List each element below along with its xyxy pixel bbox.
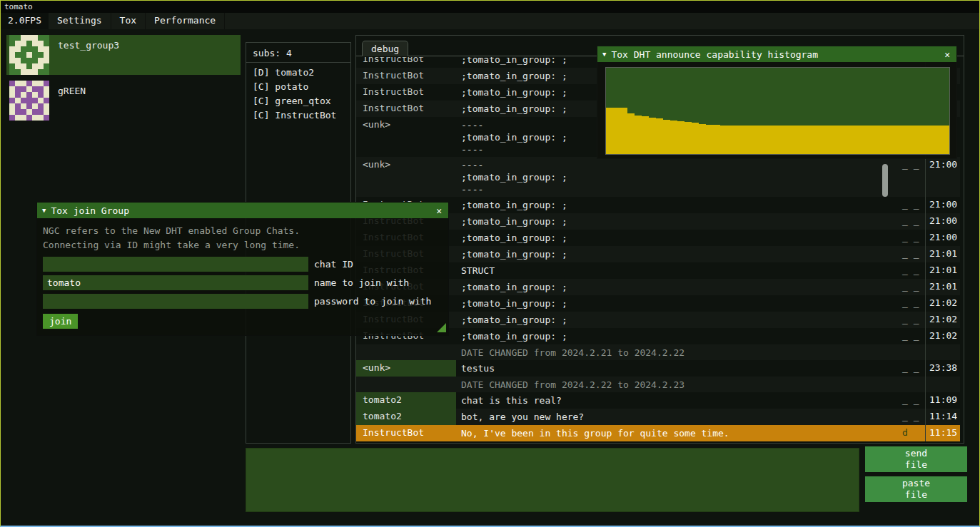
group-name: gREEN <box>58 81 86 121</box>
histogram-bar <box>857 126 864 154</box>
message-cell: ---- ;tomato_in_group: ; ---- <box>456 157 897 197</box>
status-cell: _ _ <box>897 295 925 312</box>
join-window-title: Tox join Group <box>51 205 430 216</box>
status-cell: _ _ <box>897 328 925 344</box>
status-cell: _ _ <box>897 360 925 377</box>
message-row[interactable]: <unk>---- ;tomato_in_group: ; ----_ _21:… <box>356 157 960 197</box>
histogram-bar <box>727 126 734 154</box>
paste-file-button[interactable]: paste file <box>865 476 967 502</box>
join-info-line: Connecting via ID might take a very long… <box>43 238 443 252</box>
histogram-bar <box>749 126 756 154</box>
date-separator-row[interactable]: DATE CHANGED from 2024.2.22 to 2024.2.23 <box>356 377 960 392</box>
message-row[interactable]: tomato2chat is this real?_ _11:09 <box>356 392 960 409</box>
menu-item-performance[interactable]: Performance <box>146 13 225 29</box>
sender-cell: InstructBot <box>356 68 456 84</box>
histogram-bar <box>928 126 935 154</box>
status-cell <box>897 377 925 392</box>
sender-cell: InstructBot <box>356 84 456 101</box>
close-icon[interactable]: ✕ <box>435 205 443 216</box>
sender-cell: tomato2 <box>356 392 456 409</box>
sender-cell: <unk> <box>356 117 456 157</box>
histogram-bar <box>713 125 720 154</box>
close-icon[interactable]: ✕ <box>943 49 951 60</box>
message-row[interactable]: tomato2bot, are you new here?_ _11:14 <box>356 409 960 425</box>
status-cell: _ _ <box>897 312 925 328</box>
message-cell: chat is this real? <box>456 392 897 409</box>
sub-item[interactable]: [C] InstructBot <box>246 108 350 123</box>
chat-ID-input[interactable] <box>43 257 308 272</box>
message-cell: ;tomato_in_group: ; <box>456 246 897 262</box>
group-item-test_group3[interactable]: test_group3 <box>6 35 241 75</box>
sub-item[interactable]: [D] tomato2 <box>246 66 350 80</box>
histogram-bar <box>849 126 857 154</box>
menu-item-tox[interactable]: Tox <box>111 13 146 29</box>
histogram-bar <box>914 126 921 154</box>
group-name: test_group3 <box>58 35 119 75</box>
send-file-button[interactable]: send file <box>865 446 967 472</box>
time-cell: 21:01 <box>925 246 960 262</box>
tab-debug[interactable]: debug <box>362 41 408 56</box>
join-field-row: password to join with <box>43 294 443 309</box>
message-cell: DATE CHANGED from 2024.2.21 to 2024.2.22 <box>456 344 897 360</box>
time-cell: 21:02 <box>925 312 960 328</box>
histogram-bar <box>899 126 906 154</box>
subs-list: [D] tomato2[C] potato[C] green_qtox[C] I… <box>246 63 350 123</box>
sender-cell: <unk> <box>356 360 456 377</box>
histogram-bar <box>770 126 777 154</box>
status-cell: _ _ <box>897 392 925 409</box>
histogram-bar <box>935 126 942 154</box>
join-window-titlebar[interactable]: ▼ Tox join Group ✕ <box>37 203 448 218</box>
window-titlebar[interactable]: tomato <box>1 1 979 13</box>
histogram-bar <box>806 126 813 154</box>
histogram-bar <box>656 118 663 154</box>
group-avatar <box>9 81 49 121</box>
menu-item-settings[interactable]: Settings <box>49 13 111 29</box>
time-cell <box>925 344 960 360</box>
resize-grip[interactable] <box>437 323 446 332</box>
histogram-bar <box>606 108 613 154</box>
message-cell: ;tomato_in_group: ; <box>456 312 897 328</box>
message-cell: ;tomato_in_group: ; <box>456 295 897 312</box>
group-list: test_group3gREEN <box>6 35 241 126</box>
sender-cell <box>356 344 456 360</box>
collapse-arrow-icon[interactable]: ▼ <box>602 51 606 58</box>
status-cell: _ _ <box>897 213 925 230</box>
histogram-bar <box>763 126 770 154</box>
histogram-bar <box>871 126 878 154</box>
histogram-bar <box>699 124 706 154</box>
group-item-gREEN[interactable]: gREEN <box>6 81 241 121</box>
histogram-bar <box>685 122 692 154</box>
histogram-bar <box>842 126 849 154</box>
histogram-bar <box>892 126 899 154</box>
histogram-window-title: Tox DHT announce capability histogram <box>611 49 938 60</box>
collapse-arrow-icon[interactable]: ▼ <box>42 207 46 214</box>
join-field-row: name to join with <box>43 275 443 290</box>
sender-cell: InstructBot <box>356 425 456 441</box>
time-cell: 21:00 <box>925 197 960 213</box>
name-to-join-with-input[interactable] <box>43 275 308 290</box>
histogram-bar <box>635 116 642 154</box>
message-input[interactable] <box>246 448 859 512</box>
scrollbar-thumb[interactable] <box>882 164 888 197</box>
histogram-window-titlebar[interactable]: ▼ Tox DHT announce capability histogram … <box>597 46 956 62</box>
date-separator-row[interactable]: DATE CHANGED from 2024.2.21 to 2024.2.22 <box>356 344 960 360</box>
histogram-bar <box>642 116 649 154</box>
histogram-bar <box>835 126 842 154</box>
sender-cell: InstructBot <box>356 57 456 68</box>
join-button[interactable]: join <box>43 314 78 329</box>
status-cell: _ _ <box>897 246 925 262</box>
message-cell: testus <box>456 360 897 377</box>
menu-items: SettingsToxPerformance <box>49 13 225 29</box>
sub-item[interactable]: [C] potato <box>246 80 350 94</box>
message-cell: ;tomato_in_group: ; <box>456 279 897 295</box>
message-row[interactable]: <unk>testus_ _23:38 <box>356 360 960 377</box>
password-to-join-with-input[interactable] <box>43 294 308 309</box>
time-cell: 11:14 <box>925 409 960 425</box>
time-cell: 21:01 <box>925 279 960 295</box>
histogram-bar <box>792 126 799 154</box>
message-row[interactable]: InstructBotNo, I've been in this group f… <box>356 425 960 441</box>
subs-header: subs: 4 <box>246 43 350 62</box>
group-avatar <box>9 35 49 75</box>
histogram-bar <box>670 121 677 154</box>
sub-item[interactable]: [C] green_qtox <box>246 94 350 108</box>
